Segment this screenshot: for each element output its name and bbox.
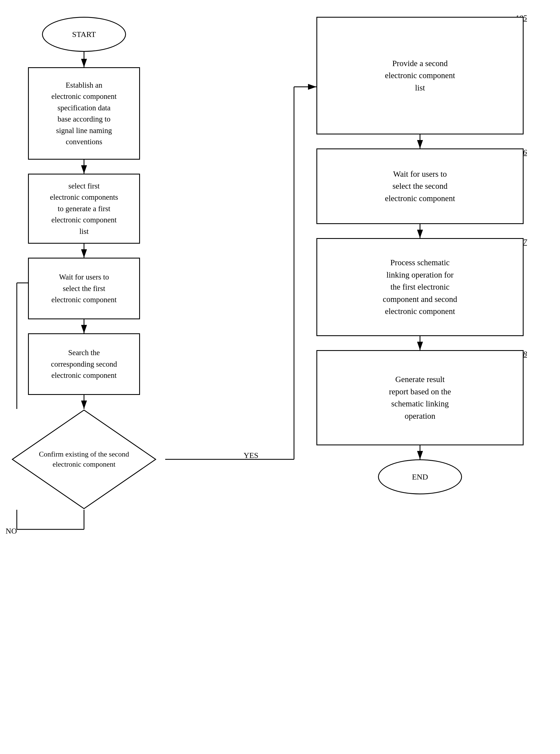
node-103: Search the corresponding second electron… bbox=[28, 333, 140, 395]
node-104-label: Confirm existing of the second electroni… bbox=[37, 449, 131, 470]
node-106: Wait for users to select the second elec… bbox=[316, 148, 524, 224]
node-104: Confirm existing of the second electroni… bbox=[11, 409, 157, 510]
flowchart: START 100 Establish an electronic compon… bbox=[0, 0, 560, 754]
no-label: NO bbox=[6, 527, 17, 536]
node-105-label: Provide a second electronic component li… bbox=[381, 55, 459, 96]
node-103-label: Search the corresponding second electron… bbox=[46, 345, 121, 383]
node-108-label: Generate result report based on the sche… bbox=[384, 371, 455, 424]
node-102-label: Wait for users to select the first elect… bbox=[47, 269, 121, 308]
node-102: Wait for users to select the first elect… bbox=[28, 258, 140, 319]
start-node: START bbox=[42, 17, 126, 52]
node-101: select first electronic components to ge… bbox=[28, 174, 140, 244]
start-label: START bbox=[68, 26, 101, 43]
yes-label: YES bbox=[244, 451, 258, 460]
node-100-label: Establish an electronic component specif… bbox=[47, 77, 121, 150]
end-label: END bbox=[407, 469, 433, 485]
node-108: Generate result report based on the sche… bbox=[316, 350, 524, 445]
node-100: Establish an electronic component specif… bbox=[28, 67, 140, 160]
node-107-label: Process schematic linking operation for … bbox=[378, 254, 462, 320]
node-105: Provide a second electronic component li… bbox=[316, 17, 524, 135]
end-node: END bbox=[378, 459, 462, 494]
node-101-label: select first electronic components to ge… bbox=[45, 178, 123, 239]
node-107: Process schematic linking operation for … bbox=[316, 238, 524, 336]
node-106-label: Wait for users to select the second elec… bbox=[381, 166, 459, 207]
